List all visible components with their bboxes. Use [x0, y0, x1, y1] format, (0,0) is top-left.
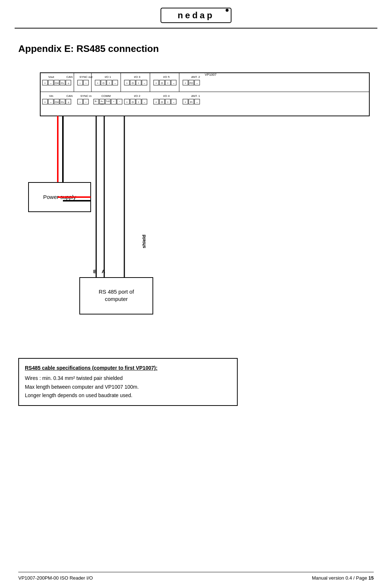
- svg-text:A: A: [102, 269, 105, 274]
- svg-text:–: –: [144, 82, 145, 84]
- svg-text:A+: A+: [101, 100, 103, 102]
- svg-text:~: ~: [85, 101, 87, 104]
- svg-text:TxD: TxD: [106, 100, 110, 102]
- svg-text:–: –: [50, 82, 52, 84]
- svg-point-2: [226, 9, 229, 12]
- svg-text:O: O: [132, 101, 134, 103]
- svg-text:~: ~: [79, 82, 81, 85]
- svg-text:RS 485 port of: RS 485 port of: [99, 289, 135, 295]
- svg-text:I: I: [109, 82, 110, 84]
- svg-text:+: +: [126, 101, 128, 103]
- footer-right: Manual version 0.4 / Page 15: [312, 575, 374, 581]
- svg-text:O: O: [132, 82, 134, 84]
- svg-text:+: +: [185, 82, 186, 84]
- svg-text:CAN: CAN: [67, 75, 73, 79]
- svg-text:+: +: [97, 82, 98, 84]
- svg-text:O: O: [102, 82, 105, 84]
- svg-text:SYNC in: SYNC in: [80, 94, 92, 98]
- svg-text:CH: CH: [55, 101, 59, 103]
- svg-text:shield: shield: [141, 234, 147, 248]
- svg-text:I/O 5: I/O 5: [163, 75, 170, 79]
- svg-text:B–: B–: [95, 100, 98, 102]
- svg-text:~: ~: [79, 101, 81, 104]
- svg-text:CL: CL: [61, 101, 64, 103]
- svg-text:VP1007: VP1007: [205, 73, 216, 76]
- svg-text:+: +: [113, 100, 114, 102]
- svg-text:CH: CH: [55, 82, 59, 84]
- svg-text:ANT. 1: ANT. 1: [191, 94, 200, 98]
- svg-text:I: I: [167, 101, 168, 103]
- svg-text:+: +: [44, 82, 46, 84]
- spec-line2: Max length between computer and VP1007 1…: [25, 383, 231, 392]
- spec-box: RS485 cable specifications (computer to …: [18, 358, 238, 406]
- svg-text:I/O 1: I/O 1: [105, 75, 111, 79]
- page-title: Appendix E: RS485 connection: [18, 43, 374, 54]
- svg-text:–: –: [114, 82, 116, 84]
- page-content: Appendix E: RS485 connection Vout CAN + …: [0, 29, 392, 428]
- svg-text:+: +: [155, 101, 157, 103]
- svg-text:~: ~: [85, 82, 87, 85]
- svg-text:–: –: [144, 101, 145, 103]
- svg-text:⏚: ⏚: [68, 101, 69, 104]
- svg-text:I/O 3: I/O 3: [134, 75, 140, 79]
- spec-line3: Longer length depends on used baudrate u…: [25, 391, 231, 400]
- diagram-area: Vout CAN + – CH CL ⏚ SYNC out ~ ~: [18, 69, 374, 347]
- page-number: 15: [369, 575, 374, 581]
- svg-text:–: –: [173, 101, 174, 103]
- svg-text:FO: FO: [189, 82, 193, 84]
- svg-text:ANT. 2: ANT. 2: [191, 75, 200, 79]
- svg-text:–: –: [50, 101, 52, 103]
- spec-title: RS485 cable specifications (computer to …: [25, 364, 231, 373]
- logo-svg: nedap: [159, 7, 233, 24]
- svg-text:COMM: COMM: [101, 94, 111, 98]
- connection-diagram: Vout CAN + – CH CL ⏚ SYNC out ~ ~: [18, 69, 377, 347]
- svg-text:I/O 4: I/O 4: [163, 94, 170, 98]
- svg-text:FI: FI: [190, 101, 192, 103]
- svg-text:–: –: [173, 82, 174, 84]
- svg-text:Vin: Vin: [49, 94, 53, 98]
- svg-text:Vout: Vout: [48, 75, 54, 79]
- svg-text:+: +: [126, 82, 128, 84]
- svg-text:SYNC out: SYNC out: [79, 75, 93, 79]
- svg-text:nedap: nedap: [178, 10, 215, 20]
- svg-text:I/O 2: I/O 2: [134, 94, 140, 98]
- svg-text:–: –: [196, 101, 198, 103]
- svg-text:I: I: [138, 82, 139, 84]
- svg-text:CAN: CAN: [67, 94, 73, 98]
- spec-line1: Wires : min. 0.34 mm² twisted pair shiel…: [25, 374, 231, 383]
- svg-text:I: I: [167, 82, 168, 84]
- svg-text:+: +: [185, 101, 186, 103]
- header: nedap: [15, 0, 377, 29]
- svg-text:+: +: [44, 101, 46, 103]
- svg-text:RxD: RxD: [100, 103, 104, 105]
- logo: nedap: [159, 7, 233, 24]
- footer: VP1007-200PM-00 ISO Reader I/O Manual ve…: [18, 572, 374, 581]
- svg-text:B: B: [93, 269, 97, 274]
- footer-left: VP1007-200PM-00 ISO Reader I/O: [18, 575, 93, 581]
- svg-text:computer: computer: [105, 296, 128, 302]
- svg-text:+: +: [155, 82, 157, 84]
- svg-text:⏚: ⏚: [68, 82, 69, 85]
- svg-text:O: O: [161, 82, 163, 84]
- svg-text:CL: CL: [61, 82, 64, 84]
- svg-text:–: –: [196, 82, 198, 84]
- svg-text:I: I: [138, 101, 139, 103]
- svg-text:O: O: [161, 101, 163, 103]
